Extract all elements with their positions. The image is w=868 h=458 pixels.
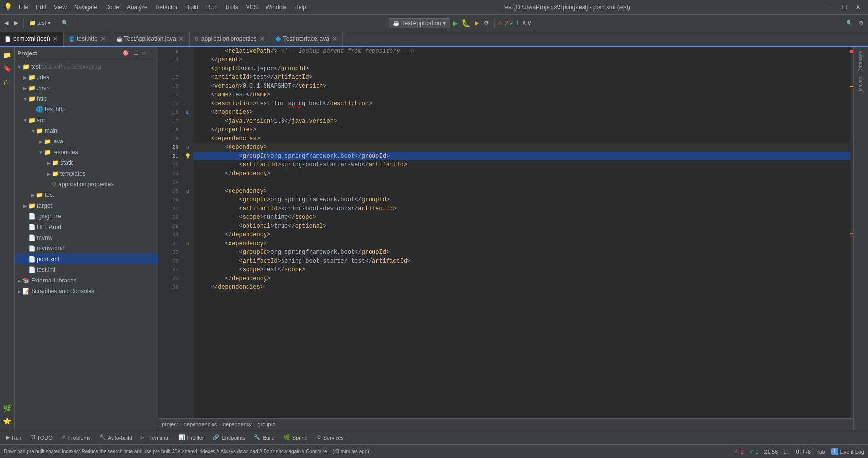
panel-minimize-button[interactable]: ─ (148, 49, 155, 57)
menu-refactor[interactable]: Refactor (153, 3, 180, 12)
gutter-21-bulb[interactable]: 💡 (182, 152, 193, 160)
project-tool-button[interactable]: 📁 (1, 49, 14, 61)
favorites-tool-button[interactable]: ⭐ (1, 415, 14, 427)
menu-build[interactable]: Build (182, 3, 201, 12)
status-line-col[interactable]: 21:56 (764, 449, 778, 455)
file-tree[interactable]: ▼ 📁 test D:\JavaProjects\Spring\test ▶ 📁… (15, 60, 158, 430)
tree-gitignore[interactable]: 📄 .gitignore (15, 211, 158, 222)
breadcrumb-dependencies[interactable]: dependencies (184, 422, 217, 427)
code-line-19[interactable]: <dependencies> (193, 134, 850, 143)
tree-mvnw[interactable]: 📄 mvnw (15, 232, 158, 243)
panel-settings-button[interactable]: ⚙ (141, 49, 147, 57)
run-configuration[interactable]: ☕ TestApplication ▾ (389, 18, 450, 28)
menu-file[interactable]: File (16, 3, 31, 12)
tab-testapplication[interactable]: ☕ TestApplication.java ✕ (111, 32, 190, 46)
code-line-17[interactable]: <java.version>1.8</java.version> (193, 117, 850, 125)
toolbar-project-button[interactable]: 📁 test ▾ (27, 18, 53, 28)
bottom-tab-endpoints[interactable]: 🔗 Endpoints (209, 433, 249, 442)
code-line-16[interactable]: <properties> (193, 108, 850, 117)
minimize-button[interactable]: ─ (825, 2, 836, 12)
code-line-23[interactable]: </dependency> (193, 169, 850, 178)
tree-target[interactable]: ▶ 📁 target (15, 200, 158, 211)
code-editor[interactable]: <relativePath/> <!-- lookup parent from … (193, 47, 850, 418)
toolbar-back-button[interactable]: ◀ (2, 18, 11, 28)
code-line-13[interactable]: <version>0.0.1-SNAPSHOT</version> (193, 82, 850, 90)
bottom-tab-profiler[interactable]: 📊 Profiler (175, 433, 208, 442)
menu-navigate[interactable]: Navigate (71, 3, 100, 12)
tab-close-props[interactable]: ✕ (259, 35, 265, 43)
code-line-12[interactable]: <artifactId>test</artifactId> (193, 73, 850, 82)
tree-scratches[interactable]: ▶ 📝 Scratches and Consoles (15, 286, 158, 297)
error-count[interactable]: ⚠ 2 (497, 20, 508, 27)
code-line-18[interactable]: </properties> (193, 125, 850, 134)
breadcrumb-groupid[interactable]: groupId (258, 422, 276, 427)
tree-resources[interactable]: ▼ 📁 resources (15, 147, 158, 158)
menu-window[interactable]: Window (263, 3, 289, 12)
collapse-expand[interactable]: ∧ ∨ (522, 19, 531, 27)
menu-bar[interactable]: File Edit View Navigate Code Analyze Ref… (16, 3, 309, 12)
status-warnings[interactable]: ✓ 1 (749, 448, 758, 455)
maximize-button[interactable]: □ (838, 2, 850, 12)
code-line-33[interactable]: <artifactId>spring-boot-starter-test</ar… (193, 257, 850, 265)
code-line-30[interactable]: </dependency> (193, 230, 850, 239)
menu-code[interactable]: Code (102, 3, 122, 12)
status-line-sep[interactable]: LF (783, 449, 790, 455)
tab-pom-xml[interactable]: 📄 pom.xml (test) ✕ (0, 32, 64, 46)
gutter-20[interactable]: ↺ (182, 143, 193, 152)
learn-tool-button[interactable]: 🎓 (1, 75, 14, 88)
menu-tools[interactable]: Tools (222, 3, 241, 12)
bookmark-tool-button[interactable]: 🔖 (1, 62, 14, 74)
expand-icon[interactable]: ∨ (527, 19, 531, 27)
run-config-dropdown-icon[interactable]: ▾ (443, 20, 446, 27)
tree-java[interactable]: ▶ 📁 java (15, 136, 158, 147)
tree-mvnwcmd[interactable]: 📄 mvnw.cmd (15, 243, 158, 254)
search-everywhere-button[interactable]: 🔍 (844, 18, 855, 28)
tab-test-http[interactable]: 🌐 test.http ✕ (64, 32, 111, 46)
code-line-14[interactable]: <name>test</name> (193, 90, 850, 99)
menu-run[interactable]: Run (203, 3, 220, 12)
status-errors[interactable]: ⚠ 2 (734, 448, 744, 455)
code-line-36[interactable]: </dependencies> (193, 283, 850, 292)
code-line-26[interactable]: <groupId>org.springframework.boot</group… (193, 195, 850, 204)
status-encoding[interactable]: UTF-8 (796, 449, 811, 455)
tree-main[interactable]: ▼ 📁 main (15, 125, 158, 136)
code-line-25[interactable]: <dependency> (193, 187, 850, 195)
tree-mvn[interactable]: ▶ 📁 .mvn (15, 83, 158, 93)
locate-file-button[interactable]: 🎯 (121, 49, 131, 57)
tree-ext-libs[interactable]: ▶ 📚 External Libraries (15, 275, 158, 286)
debug-button[interactable]: 🐛 (460, 18, 473, 28)
tree-test-http[interactable]: 🌐 test.http (15, 104, 158, 115)
breadcrumb-project[interactable]: project (162, 422, 178, 427)
git-tool-button[interactable]: 🌿 (1, 402, 14, 414)
close-button[interactable]: ✕ (852, 2, 864, 12)
code-line-28[interactable]: <scope>runtime</scope> (193, 213, 850, 222)
code-line-9[interactable]: <relativePath/> <!-- lookup parent from … (193, 47, 850, 55)
code-line-27[interactable]: <artifactId>spring-boot-devtools</artifa… (193, 204, 850, 213)
tree-pom-xml[interactable]: 📄 pom.xml (15, 254, 158, 264)
bottom-tab-services[interactable]: ⚙ Services (313, 433, 348, 442)
tab-close-http[interactable]: ✕ (100, 35, 106, 43)
bottom-tab-todo[interactable]: ☑ TODO (26, 433, 56, 442)
tree-src[interactable]: ▼ 📁 src (15, 115, 158, 125)
tree-test-folder[interactable]: ▶ 📁 test (15, 190, 158, 200)
database-tool-button[interactable]: Database (856, 49, 867, 74)
collapse-icon[interactable]: ∧ (522, 19, 526, 27)
tree-static[interactable]: ▶ 📁 static (15, 158, 158, 168)
maven-tool-button[interactable]: Maven (856, 75, 867, 93)
tree-templates[interactable]: ▶ 📁 templates (15, 168, 158, 179)
event-log-button[interactable]: 1 Event Log (831, 448, 864, 455)
gutter-25[interactable]: ↺ (182, 187, 193, 195)
collapse-all-button[interactable]: ☰ (132, 49, 140, 57)
tree-root[interactable]: ▼ 📁 test D:\JavaProjects\Spring\test (15, 61, 158, 72)
code-line-22[interactable]: <artifactId>spring-boot-starter-web</art… (193, 160, 850, 169)
tree-helpmd[interactable]: 📄 HELP.md (15, 222, 158, 232)
menu-vcs[interactable]: VCS (243, 3, 261, 12)
toolbar-search-button[interactable]: 🔍 (59, 18, 71, 28)
code-line-20[interactable]: <dependency> (193, 143, 850, 152)
code-line-31[interactable]: <dependency> (193, 239, 850, 248)
coverage-button[interactable]: ▶ (474, 19, 480, 27)
settings-button[interactable]: ⚙ (856, 18, 866, 28)
tree-test-iml[interactable]: 📄 test.iml (15, 264, 158, 275)
code-line-11[interactable]: <groupId>com.jepcc</groupId> (193, 64, 850, 73)
tab-testinterface[interactable]: 🔷 TestInterface.java ✕ (270, 32, 343, 46)
